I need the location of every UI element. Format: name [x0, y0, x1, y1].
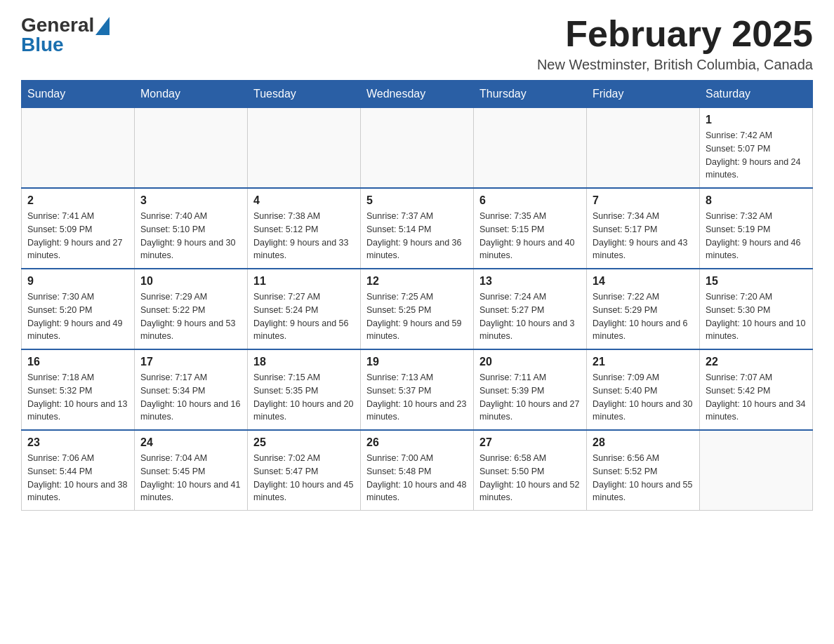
- day-info: Sunrise: 7:04 AM Sunset: 5:45 PM Dayligh…: [140, 452, 241, 504]
- day-info: Sunrise: 7:18 AM Sunset: 5:32 PM Dayligh…: [27, 371, 128, 424]
- day-info: Sunrise: 7:41 AM Sunset: 5:09 PM Dayligh…: [27, 210, 128, 262]
- day-number: 24: [140, 436, 241, 449]
- day-info: Sunrise: 7:27 AM Sunset: 5:24 PM Dayligh…: [253, 290, 355, 343]
- day-number: 18: [253, 356, 355, 368]
- col-saturday: Saturday: [700, 81, 813, 108]
- day-info: Sunrise: 7:09 AM Sunset: 5:40 PM Dayligh…: [593, 371, 694, 424]
- calendar-cell: 16Sunrise: 7:18 AM Sunset: 5:32 PM Dayli…: [22, 349, 135, 430]
- calendar-cell: 26Sunrise: 7:00 AM Sunset: 5:48 PM Dayli…: [361, 430, 474, 511]
- day-number: 13: [479, 275, 581, 288]
- day-number: 14: [593, 275, 694, 288]
- day-info: Sunrise: 7:32 AM Sunset: 5:19 PM Dayligh…: [706, 210, 807, 262]
- day-info: Sunrise: 7:29 AM Sunset: 5:22 PM Dayligh…: [140, 290, 241, 343]
- calendar-cell: 22Sunrise: 7:07 AM Sunset: 5:42 PM Dayli…: [700, 349, 813, 430]
- calendar-cell: 25Sunrise: 7:02 AM Sunset: 5:47 PM Dayli…: [248, 430, 361, 511]
- calendar-cell: 15Sunrise: 7:20 AM Sunset: 5:30 PM Dayli…: [700, 269, 813, 349]
- day-number: 12: [366, 275, 468, 288]
- calendar-cell: 1Sunrise: 7:42 AM Sunset: 5:07 PM Daylig…: [700, 108, 813, 189]
- calendar-cell: [248, 108, 361, 189]
- calendar-cell: 5Sunrise: 7:37 AM Sunset: 5:14 PM Daylig…: [361, 188, 474, 269]
- calendar-table: Sunday Monday Tuesday Wednesday Thursday…: [21, 80, 813, 511]
- calendar-cell: 24Sunrise: 7:04 AM Sunset: 5:45 PM Dayli…: [135, 430, 248, 511]
- calendar-cell: 2Sunrise: 7:41 AM Sunset: 5:09 PM Daylig…: [22, 188, 135, 269]
- day-info: Sunrise: 7:25 AM Sunset: 5:25 PM Dayligh…: [366, 290, 468, 343]
- day-number: 26: [366, 436, 468, 449]
- day-info: Sunrise: 7:30 AM Sunset: 5:20 PM Dayligh…: [27, 290, 128, 343]
- calendar-cell: 14Sunrise: 7:22 AM Sunset: 5:29 PM Dayli…: [587, 269, 700, 349]
- calendar-cell: 7Sunrise: 7:34 AM Sunset: 5:17 PM Daylig…: [587, 188, 700, 269]
- col-friday: Friday: [587, 81, 700, 108]
- calendar-cell: 18Sunrise: 7:15 AM Sunset: 5:35 PM Dayli…: [248, 349, 361, 430]
- day-info: Sunrise: 7:40 AM Sunset: 5:10 PM Dayligh…: [140, 210, 241, 262]
- day-number: 3: [140, 194, 241, 207]
- day-number: 25: [253, 436, 355, 449]
- day-number: 8: [706, 194, 807, 207]
- col-monday: Monday: [135, 81, 248, 108]
- calendar-cell: [135, 108, 248, 189]
- day-info: Sunrise: 7:34 AM Sunset: 5:17 PM Dayligh…: [593, 210, 694, 262]
- day-info: Sunrise: 7:00 AM Sunset: 5:48 PM Dayligh…: [366, 452, 468, 504]
- calendar-cell: [700, 430, 813, 511]
- calendar-cell: 3Sunrise: 7:40 AM Sunset: 5:10 PM Daylig…: [135, 188, 248, 269]
- calendar-cell: 27Sunrise: 6:58 AM Sunset: 5:50 PM Dayli…: [474, 430, 587, 511]
- day-info: Sunrise: 6:56 AM Sunset: 5:52 PM Dayligh…: [593, 452, 694, 504]
- col-wednesday: Wednesday: [361, 81, 474, 108]
- day-number: 5: [366, 194, 468, 207]
- page-header: General Blue February 2025 New Westminst…: [21, 14, 813, 73]
- calendar-week-row: 1Sunrise: 7:42 AM Sunset: 5:07 PM Daylig…: [22, 108, 813, 189]
- col-thursday: Thursday: [474, 81, 587, 108]
- calendar-cell: [22, 108, 135, 189]
- calendar-cell: 20Sunrise: 7:11 AM Sunset: 5:39 PM Dayli…: [474, 349, 587, 430]
- calendar-cell: 23Sunrise: 7:06 AM Sunset: 5:44 PM Dayli…: [22, 430, 135, 511]
- day-info: Sunrise: 6:58 AM Sunset: 5:50 PM Dayligh…: [479, 452, 581, 504]
- day-number: 23: [27, 436, 128, 449]
- day-number: 7: [593, 194, 694, 207]
- day-info: Sunrise: 7:38 AM Sunset: 5:12 PM Dayligh…: [253, 210, 355, 262]
- logo: General Blue: [21, 14, 110, 56]
- day-number: 16: [27, 356, 128, 368]
- location-text: New Westminster, British Columbia, Canad…: [537, 57, 813, 73]
- logo-blue-text: Blue: [21, 34, 64, 56]
- svg-marker-0: [95, 17, 110, 35]
- calendar-cell: 13Sunrise: 7:24 AM Sunset: 5:27 PM Dayli…: [474, 269, 587, 349]
- day-number: 6: [479, 194, 581, 207]
- day-number: 17: [140, 356, 241, 368]
- day-number: 15: [706, 275, 807, 288]
- day-info: Sunrise: 7:17 AM Sunset: 5:34 PM Dayligh…: [140, 371, 241, 424]
- col-tuesday: Tuesday: [248, 81, 361, 108]
- calendar-cell: 12Sunrise: 7:25 AM Sunset: 5:25 PM Dayli…: [361, 269, 474, 349]
- logo-triangle-icon: [95, 17, 110, 35]
- calendar-cell: [474, 108, 587, 189]
- day-number: 11: [253, 275, 355, 288]
- calendar-week-row: 16Sunrise: 7:18 AM Sunset: 5:32 PM Dayli…: [22, 349, 813, 430]
- calendar-week-row: 2Sunrise: 7:41 AM Sunset: 5:09 PM Daylig…: [22, 188, 813, 269]
- day-number: 9: [27, 275, 128, 288]
- day-number: 22: [706, 356, 807, 368]
- calendar-week-row: 23Sunrise: 7:06 AM Sunset: 5:44 PM Dayli…: [22, 430, 813, 511]
- day-info: Sunrise: 7:42 AM Sunset: 5:07 PM Dayligh…: [706, 129, 807, 182]
- calendar-cell: 19Sunrise: 7:13 AM Sunset: 5:37 PM Dayli…: [361, 349, 474, 430]
- day-info: Sunrise: 7:13 AM Sunset: 5:37 PM Dayligh…: [366, 371, 468, 424]
- day-number: 4: [253, 194, 355, 207]
- day-number: 20: [479, 356, 581, 368]
- day-info: Sunrise: 7:24 AM Sunset: 5:27 PM Dayligh…: [479, 290, 581, 343]
- day-info: Sunrise: 7:22 AM Sunset: 5:29 PM Dayligh…: [593, 290, 694, 343]
- calendar-cell: 10Sunrise: 7:29 AM Sunset: 5:22 PM Dayli…: [135, 269, 248, 349]
- day-info: Sunrise: 7:06 AM Sunset: 5:44 PM Dayligh…: [27, 452, 128, 504]
- calendar-header-row: Sunday Monday Tuesday Wednesday Thursday…: [22, 81, 813, 108]
- day-number: 2: [27, 194, 128, 207]
- day-number: 10: [140, 275, 241, 288]
- calendar-week-row: 9Sunrise: 7:30 AM Sunset: 5:20 PM Daylig…: [22, 269, 813, 349]
- day-number: 21: [593, 356, 694, 368]
- day-info: Sunrise: 7:07 AM Sunset: 5:42 PM Dayligh…: [706, 371, 807, 424]
- day-info: Sunrise: 7:35 AM Sunset: 5:15 PM Dayligh…: [479, 210, 581, 262]
- calendar-cell: 28Sunrise: 6:56 AM Sunset: 5:52 PM Dayli…: [587, 430, 700, 511]
- col-sunday: Sunday: [22, 81, 135, 108]
- day-number: 1: [706, 114, 807, 126]
- day-number: 28: [593, 436, 694, 449]
- calendar-cell: 11Sunrise: 7:27 AM Sunset: 5:24 PM Dayli…: [248, 269, 361, 349]
- calendar-cell: 21Sunrise: 7:09 AM Sunset: 5:40 PM Dayli…: [587, 349, 700, 430]
- day-info: Sunrise: 7:37 AM Sunset: 5:14 PM Dayligh…: [366, 210, 468, 262]
- calendar-cell: 9Sunrise: 7:30 AM Sunset: 5:20 PM Daylig…: [22, 269, 135, 349]
- title-section: February 2025 New Westminster, British C…: [537, 14, 813, 73]
